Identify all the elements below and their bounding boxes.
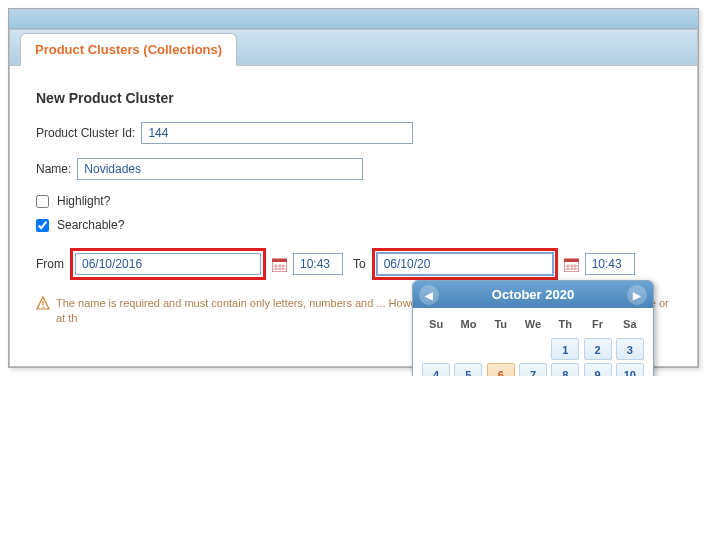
warning-icon <box>36 296 50 314</box>
datepicker-header: ◀ October 2020 ▶ <box>413 281 653 308</box>
product-cluster-id-input[interactable] <box>141 122 413 144</box>
searchable-label: Searchable? <box>57 218 124 232</box>
datepicker-day[interactable]: 3 <box>616 338 644 360</box>
datepicker-day[interactable]: 4 <box>422 363 450 376</box>
from-date-highlight <box>70 248 266 280</box>
name-label: Name: <box>36 162 71 176</box>
panel: New Product Cluster Product Cluster Id: … <box>10 66 697 366</box>
datepicker-dow: Tu <box>486 314 516 334</box>
datepicker-day[interactable]: 7 <box>519 363 547 376</box>
datepicker-day[interactable]: 8 <box>551 363 579 376</box>
card: Product Clusters (Collections) New Produ… <box>9 29 698 367</box>
datepicker-day[interactable]: 9 <box>584 363 612 376</box>
highlight-label: Highlight? <box>57 194 110 208</box>
to-time-input[interactable] <box>585 253 635 275</box>
datepicker-title: October 2020 <box>492 287 574 302</box>
to-date-input[interactable] <box>377 253 553 275</box>
datepicker-empty-cell <box>519 336 547 358</box>
datepicker-day[interactable]: 5 <box>454 363 482 376</box>
svg-point-16 <box>42 306 44 308</box>
datepicker-next-button[interactable]: ▶ <box>627 285 647 305</box>
calendar-icon[interactable] <box>272 257 287 272</box>
from-time-input[interactable] <box>293 253 343 275</box>
tab-row: Product Clusters (Collections) <box>10 30 697 66</box>
name-input[interactable] <box>77 158 363 180</box>
window: Product Clusters (Collections) New Produ… <box>8 8 699 368</box>
datepicker-prev-button[interactable]: ◀ <box>419 285 439 305</box>
datepicker-empty-cell <box>454 336 482 358</box>
page-title: New Product Cluster <box>36 90 671 106</box>
svg-rect-8 <box>564 259 579 262</box>
datepicker-dow: Th <box>550 314 580 334</box>
datepicker-dow: We <box>518 314 548 334</box>
id-label: Product Cluster Id: <box>36 126 135 140</box>
searchable-checkbox[interactable] <box>36 219 49 232</box>
datepicker-dow: Sa <box>615 314 645 334</box>
from-date-input[interactable] <box>75 253 261 275</box>
datepicker-dow: Mo <box>453 314 483 334</box>
datepicker-day[interactable]: 2 <box>584 338 612 360</box>
calendar-icon[interactable] <box>564 257 579 272</box>
to-label: To <box>353 257 366 271</box>
datepicker-day[interactable]: 6 <box>487 363 515 376</box>
from-label: From <box>36 257 64 271</box>
datepicker-empty-cell <box>422 336 450 358</box>
to-date-highlight <box>372 248 558 280</box>
window-chrome <box>9 9 698 29</box>
svg-rect-1 <box>272 259 287 262</box>
datepicker-grid: SuMoTuWeThFrSa 1234567891011121314151617… <box>419 312 647 376</box>
datepicker-dow: Fr <box>582 314 612 334</box>
tab-product-clusters[interactable]: Product Clusters (Collections) <box>20 33 237 66</box>
datepicker-dow: Su <box>421 314 451 334</box>
highlight-checkbox[interactable] <box>36 195 49 208</box>
datepicker-empty-cell <box>487 336 515 358</box>
datepicker-day[interactable]: 10 <box>616 363 644 376</box>
datepicker: ◀ October 2020 ▶ SuMoTuWeThFrSa 12345678… <box>412 280 654 376</box>
datepicker-day[interactable]: 1 <box>551 338 579 360</box>
